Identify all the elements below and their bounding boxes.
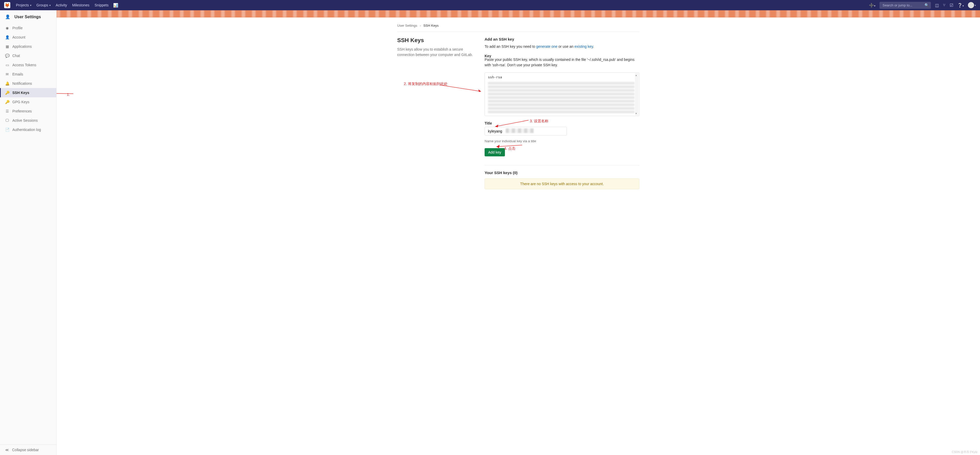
log-icon: 📄 (5, 128, 9, 132)
chevron-down-icon: ▾ (49, 4, 51, 7)
sidebar-item-gpg-keys[interactable]: 🔑GPG Keys (0, 97, 56, 106)
sidebar-item-notifications[interactable]: 🔔Notifications (0, 79, 56, 88)
search-input[interactable] (880, 2, 931, 9)
content-area: User Settings › SSH Keys SSH Keys SSH ke… (57, 10, 980, 455)
plus-icon[interactable]: ➕▾ (867, 3, 877, 8)
user-avatar[interactable] (968, 2, 974, 8)
generate-key-link[interactable]: generate one (536, 44, 558, 49)
breadcrumb: User Settings › SSH Keys (397, 22, 640, 32)
collapse-sidebar[interactable]: ≪ Collapse sidebar (0, 444, 56, 455)
nav-projects[interactable]: Projects▾ (13, 3, 34, 7)
breadcrumb-current: SSH Keys (423, 24, 439, 27)
top-nav: 🦊 Projects▾ Groups▾ Activity Milestones … (0, 0, 980, 10)
divider (485, 165, 640, 165)
sidebar-item-auth-log[interactable]: 📄Authentication log (0, 125, 56, 134)
nav-analytics-icon[interactable]: 📊 (111, 3, 120, 8)
sidebar: 👤 User Settings ◉Profile 👤Account ▦Appli… (0, 10, 57, 455)
redacted-key-body (488, 81, 635, 113)
key-textarea[interactable]: ssh-rsa (485, 72, 640, 116)
bell-icon: 🔔 (5, 81, 9, 86)
preferences-icon: ☰ (5, 109, 9, 113)
nav-milestones[interactable]: Milestones (70, 3, 92, 7)
account-icon: 👤 (5, 35, 9, 39)
sidebar-item-preferences[interactable]: ☰Preferences (0, 106, 56, 116)
svg-line-0 (440, 85, 481, 91)
sidebar-item-emails[interactable]: ✉Emails (0, 70, 56, 79)
key-icon: 🔑 (5, 90, 9, 95)
nav-groups[interactable]: Groups▾ (34, 3, 53, 7)
nav-snippets[interactable]: Snippets (92, 3, 111, 7)
applications-icon: ▦ (5, 44, 9, 49)
form-intro: To add an SSH key you need to generate o… (485, 44, 640, 49)
sidebar-item-profile[interactable]: ◉Profile (0, 23, 56, 33)
sidebar-header: 👤 User Settings (0, 10, 56, 23)
email-icon: ✉ (5, 72, 9, 76)
breadcrumb-separator: › (420, 24, 421, 27)
existing-key-link[interactable]: existing key (574, 44, 593, 49)
svg-line-1 (495, 120, 528, 127)
token-icon: ▭ (5, 63, 9, 67)
form-heading: Add an SSH key (485, 37, 640, 41)
chevron-left-icon: ≪ (5, 448, 9, 452)
keys-list-title: Your SSH keys (0) (485, 171, 640, 175)
sidebar-item-active-sessions[interactable]: 🖵Active Sessions (0, 116, 56, 125)
sidebar-item-ssh-keys[interactable]: 🔑SSH Keys (0, 88, 56, 97)
warning-banner (57, 10, 980, 17)
chevron-down-icon: ▾ (975, 4, 976, 7)
help-icon[interactable]: ❔▾ (955, 3, 966, 8)
sidebar-item-chat[interactable]: 💬Chat (0, 51, 56, 60)
issues-icon[interactable]: ◫ (933, 3, 941, 8)
todos-icon[interactable]: ☑ (948, 3, 955, 8)
chevron-down-icon: ▾ (30, 4, 31, 7)
profile-icon: ◉ (5, 26, 9, 30)
redacted-title-suffix (506, 128, 534, 133)
merge-requests-icon[interactable]: ⑂ (941, 3, 948, 8)
nav-activity[interactable]: Activity (53, 3, 70, 7)
gitlab-logo[interactable]: 🦊 (4, 2, 10, 8)
sidebar-item-access-tokens[interactable]: ▭Access Tokens (0, 60, 56, 70)
watermark: CSDN @半吊子Kyle (952, 450, 977, 454)
svg-line-2 (496, 145, 522, 147)
chat-icon: 💬 (5, 54, 9, 58)
sidebar-item-account[interactable]: 👤Account (0, 33, 56, 42)
sidebar-title: User Settings (14, 15, 41, 19)
user-icon: 👤 (5, 14, 11, 19)
scrollbar[interactable] (635, 73, 639, 115)
empty-state: There are no SSH keys with access to you… (485, 178, 640, 189)
svg-line-3 (57, 93, 73, 94)
breadcrumb-root[interactable]: User Settings (397, 24, 417, 27)
page-title: SSH Keys (397, 37, 474, 44)
monitor-icon: 🖵 (5, 118, 9, 122)
page-description: SSH keys allow you to establish a secure… (397, 47, 474, 57)
key-help-text: Paste your public SSH key, which is usua… (485, 57, 640, 68)
key-icon: 🔑 (5, 100, 9, 104)
sidebar-item-applications[interactable]: ▦Applications (0, 42, 56, 51)
